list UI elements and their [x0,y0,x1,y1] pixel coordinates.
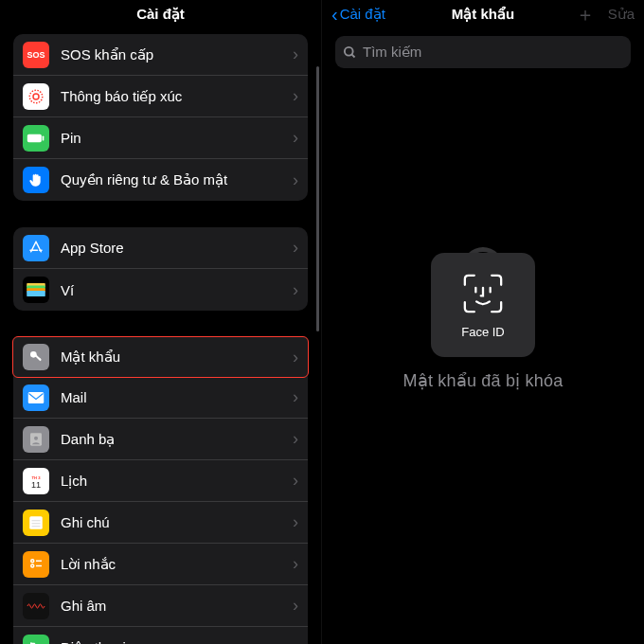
battery-icon [23,125,49,152]
chevron-right-icon: › [293,128,298,148]
row-exposure[interactable]: Thông báo tiếp xúc› [13,76,308,117]
chevron-right-icon: › [293,429,298,449]
svg-point-23 [31,564,34,567]
svg-rect-3 [43,135,45,140]
row-label: Ghi âm [61,598,293,614]
row-sos[interactable]: SOSSOS khẩn cấp› [13,34,308,76]
faceid-label: Face ID [461,325,505,339]
chevron-right-icon: › [293,45,298,64]
chevron-right-icon: › [293,512,298,532]
svg-rect-11 [28,392,45,403]
chevron-right-icon: › [293,637,298,644]
privacy-icon [23,167,49,193]
svg-rect-7 [27,291,45,296]
chevron-right-icon: › [293,170,298,190]
svg-rect-9 [35,354,42,361]
row-contacts[interactable]: Danh bạ› [13,419,308,460]
settings-group: SOSSOS khẩn cấp›Thông báo tiếp xúc›Pin›Q… [13,34,308,201]
exposure-icon [23,83,49,110]
faceid-icon [461,272,505,315]
row-label: Ví [61,282,293,298]
row-label: Lời nhắc [61,556,293,573]
row-label: Điện thoại [61,639,293,645]
locked-text: Mật khẩu đã bị khóa [403,370,564,391]
svg-text:11: 11 [31,479,41,489]
row-label: Lịch [61,473,293,490]
contacts-icon [23,426,49,453]
chevron-right-icon: › [293,387,298,407]
lock-icon: Face ID [431,253,535,357]
chevron-right-icon: › [293,348,298,367]
svg-point-13 [34,436,38,439]
notes-icon [23,510,49,536]
settings-title: Cài đặt [0,0,321,28]
row-voicememo[interactable]: Ghi âm› [13,585,308,627]
row-privacy[interactable]: Quyền riêng tư & Bảo mật› [13,159,308,201]
settings-group: App Store›Ví› [13,227,308,311]
row-label: Ghi chú [61,514,293,530]
mail-icon [23,385,49,411]
voicememo-icon [23,593,49,619]
row-calendar[interactable]: TH 311Lịch› [13,460,308,502]
chevron-right-icon: › [293,554,298,574]
row-phone[interactable]: Điện thoại› [13,627,308,644]
row-wallet[interactable]: Ví› [13,269,308,311]
reminders-icon [23,551,49,578]
locked-state: Face ID Mật khẩu đã bị khóa [322,0,644,644]
row-label: Thông báo tiếp xúc [61,88,293,105]
appstore-icon [23,235,49,261]
scrollbar[interactable] [316,66,319,331]
chevron-right-icon: › [293,596,298,616]
settings-group: Mật khẩu›Mail›Danh bạ›TH 311Lịch›Ghi chú… [13,336,308,644]
settings-scroll[interactable]: SOSSOS khẩn cấp›Thông báo tiếp xúc›Pin›Q… [0,28,321,644]
wallet-icon [23,277,49,303]
svg-point-21 [31,559,34,562]
svg-rect-17 [29,516,43,529]
row-battery[interactable]: Pin› [13,117,308,159]
chevron-right-icon: › [293,238,298,258]
row-passwords[interactable]: Mật khẩu› [12,336,309,378]
svg-point-1 [33,94,39,99]
row-appstore[interactable]: App Store› [13,227,308,269]
sos-icon: SOS [23,42,49,68]
row-notes[interactable]: Ghi chú› [13,502,308,544]
calendar-icon: TH 311 [23,468,49,494]
row-label: Mật khẩu [61,349,293,366]
row-label: Danh bạ [61,431,293,448]
chevron-right-icon: › [293,280,298,300]
row-label: Quyền riêng tư & Bảo mật [61,171,293,188]
passwords-pane: ‹ Cài đặt Mật khẩu ＋ Sửa Tìm kiếm [322,0,644,644]
chevron-right-icon: › [293,471,298,491]
svg-rect-2 [27,134,42,141]
row-label: Mail [61,389,293,405]
settings-pane: Cài đặt SOSSOS khẩn cấp›Thông báo tiếp x… [0,0,322,644]
row-reminders[interactable]: Lời nhắc› [13,544,308,585]
faceid-prompt[interactable]: Face ID [431,253,535,357]
passwords-icon [23,344,49,370]
row-label: Pin [61,130,293,146]
row-mail[interactable]: Mail› [13,377,308,419]
phone-icon [23,635,49,645]
row-label: App Store [61,240,293,256]
row-label: SOS khẩn cấp [61,46,293,63]
chevron-right-icon: › [293,86,298,106]
